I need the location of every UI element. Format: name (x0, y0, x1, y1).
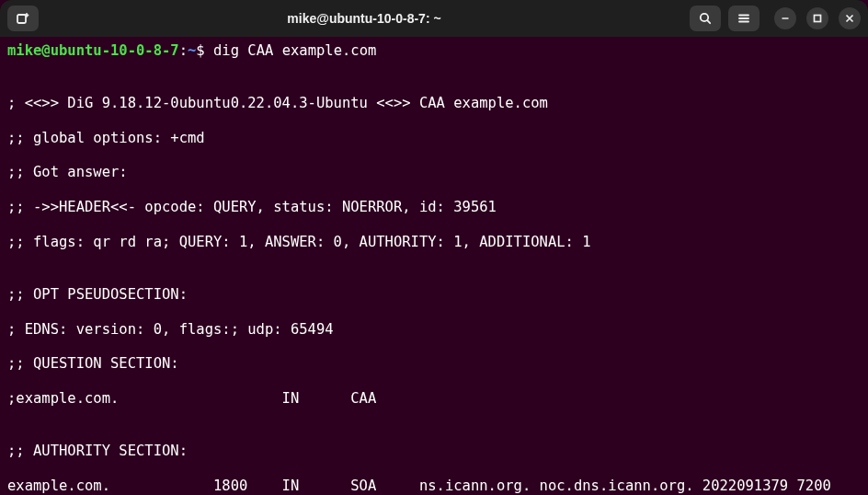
prompt-path: ~ (188, 42, 196, 59)
output-line: ;; QUESTION SECTION: (7, 355, 861, 373)
output-line: ;; ->>HEADER<<- opcode: QUERY, status: N… (7, 199, 861, 216)
output-line: ;example.com. IN CAA (7, 390, 861, 408)
minimize-button[interactable] (774, 7, 796, 29)
minimize-icon (781, 14, 790, 23)
titlebar: mike@ubuntu-10-0-8-7: ~ (0, 0, 868, 37)
close-button[interactable] (839, 7, 861, 29)
output-line: ;; global options: +cmd (7, 130, 861, 147)
prompt-symbol: $ (196, 42, 204, 59)
window-title: mike@ubuntu-10-0-8-7: ~ (46, 11, 682, 26)
window-controls (774, 7, 861, 29)
search-button[interactable] (690, 6, 721, 31)
new-tab-button[interactable] (7, 6, 39, 31)
new-tab-icon (16, 11, 30, 26)
hamburger-icon (737, 11, 751, 26)
terminal-output[interactable]: mike@ubuntu-10-0-8-7:~$ dig CAA example.… (0, 37, 868, 495)
prompt-colon: : (179, 42, 188, 59)
hamburger-menu-button[interactable] (728, 6, 760, 31)
maximize-button[interactable] (806, 7, 828, 29)
prompt-user-host: mike@ubuntu-10-0-8-7 (7, 42, 179, 59)
svg-rect-0 (17, 15, 26, 23)
output-line: ;; AUTHORITY SECTION: (7, 443, 861, 460)
output-line: ;; OPT PSEUDOSECTION: (7, 286, 861, 304)
close-icon (845, 14, 854, 23)
output-line: example.com. 1800 IN SOA ns.icann.org. n… (7, 478, 861, 495)
search-icon (698, 11, 713, 26)
output-line: ;; Got answer: (7, 164, 861, 181)
command-text: dig CAA example.com (213, 42, 376, 59)
maximize-icon (813, 14, 822, 23)
output-line: ;; flags: qr rd ra; QUERY: 1, ANSWER: 0,… (7, 234, 861, 251)
output-line: ; <<>> DiG 9.18.12-0ubuntu0.22.04.3-Ubun… (7, 95, 861, 112)
output-line: ; EDNS: version: 0, flags:; udp: 65494 (7, 321, 861, 339)
svg-rect-2 (815, 16, 821, 22)
